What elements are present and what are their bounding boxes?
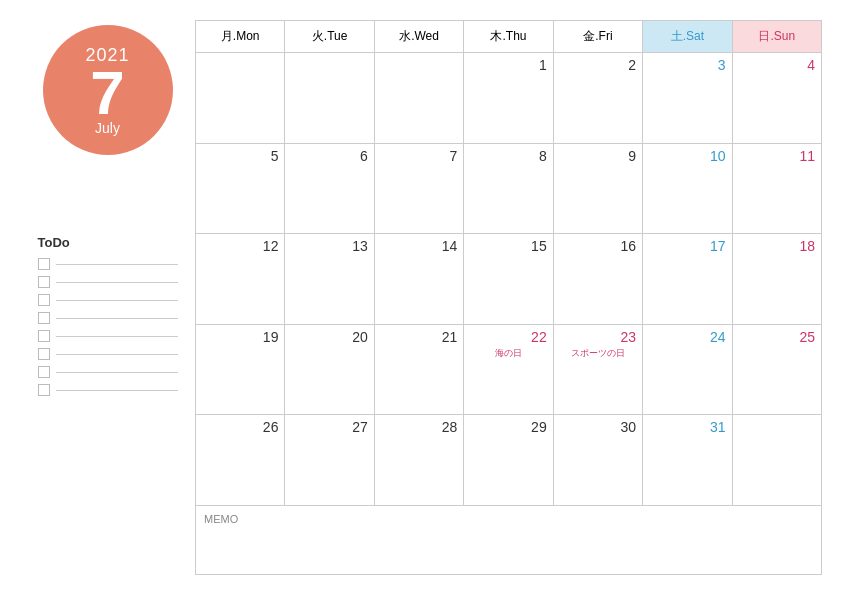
day-25: 25 bbox=[739, 329, 815, 345]
calendar-row-4: 19 20 21 22 海の日 23 スポーツの日 24 25 bbox=[196, 324, 822, 415]
todo-checkbox-3[interactable] bbox=[38, 294, 50, 306]
todo-checkbox-1[interactable] bbox=[38, 258, 50, 270]
day-19: 19 bbox=[202, 329, 278, 345]
todo-line-7 bbox=[56, 372, 178, 373]
cell-r1-mon bbox=[196, 53, 285, 144]
cell-r4-sun: 25 bbox=[732, 324, 821, 415]
cell-r5-sun bbox=[732, 415, 821, 506]
day-6: 6 bbox=[291, 148, 367, 164]
day-12: 12 bbox=[202, 238, 278, 254]
todo-item-5 bbox=[38, 330, 178, 342]
cell-r3-mon: 12 bbox=[196, 234, 285, 325]
day-26: 26 bbox=[202, 419, 278, 435]
todo-checkbox-7[interactable] bbox=[38, 366, 50, 378]
day-1: 1 bbox=[470, 57, 546, 73]
cell-r2-sun: 11 bbox=[732, 143, 821, 234]
th-wed: 水.Wed bbox=[374, 21, 463, 53]
memo-row: MEMO bbox=[196, 505, 822, 574]
month-circle: 2021 7 July bbox=[43, 25, 173, 155]
cell-r4-fri: 23 スポーツの日 bbox=[553, 324, 642, 415]
day-11: 11 bbox=[739, 148, 815, 164]
cell-r1-sun: 4 bbox=[732, 53, 821, 144]
th-sun: 日.Sun bbox=[732, 21, 821, 53]
day-20: 20 bbox=[291, 329, 367, 345]
day-17: 17 bbox=[649, 238, 725, 254]
calendar-row-2: 5 6 7 8 9 10 11 bbox=[196, 143, 822, 234]
cell-r4-mon: 19 bbox=[196, 324, 285, 415]
cell-r1-tue bbox=[285, 53, 374, 144]
page: 2021 7 July ToDo bbox=[0, 0, 842, 595]
cell-r3-wed: 14 bbox=[374, 234, 463, 325]
cell-r5-fri: 30 bbox=[553, 415, 642, 506]
day-29: 29 bbox=[470, 419, 546, 435]
cell-r2-sat: 10 bbox=[643, 143, 732, 234]
cell-r3-tue: 13 bbox=[285, 234, 374, 325]
day-3: 3 bbox=[649, 57, 725, 73]
day-22: 22 bbox=[470, 329, 546, 345]
th-sat: 土.Sat bbox=[643, 21, 732, 53]
cell-r1-sat: 3 bbox=[643, 53, 732, 144]
day-10: 10 bbox=[649, 148, 725, 164]
th-fri: 金.Fri bbox=[553, 21, 642, 53]
month-name: July bbox=[95, 120, 120, 136]
todo-item-3 bbox=[38, 294, 178, 306]
todo-line-8 bbox=[56, 390, 178, 391]
todo-item-2 bbox=[38, 276, 178, 288]
calendar-row-3: 12 13 14 15 16 17 18 bbox=[196, 234, 822, 325]
th-tue: 火.Tue bbox=[285, 21, 374, 53]
holiday-label-22: 海の日 bbox=[470, 347, 546, 360]
th-thu: 木.Thu bbox=[464, 21, 553, 53]
cell-r4-tue: 20 bbox=[285, 324, 374, 415]
th-mon: 月.Mon bbox=[196, 21, 285, 53]
weekday-header-row: 月.Mon 火.Tue 水.Wed 木.Thu 金.Fri 土.Sat 日.Su… bbox=[196, 21, 822, 53]
todo-line-1 bbox=[56, 264, 178, 265]
cell-r3-thu: 15 bbox=[464, 234, 553, 325]
todo-checkbox-6[interactable] bbox=[38, 348, 50, 360]
cell-r1-fri: 2 bbox=[553, 53, 642, 144]
todo-line-5 bbox=[56, 336, 178, 337]
todo-item-4 bbox=[38, 312, 178, 324]
calendar-table: 月.Mon 火.Tue 水.Wed 木.Thu 金.Fri 土.Sat 日.Su… bbox=[195, 20, 822, 575]
todo-item-1 bbox=[38, 258, 178, 270]
day-8: 8 bbox=[470, 148, 546, 164]
todo-line-6 bbox=[56, 354, 178, 355]
todo-title: ToDo bbox=[38, 235, 178, 250]
day-4: 4 bbox=[739, 57, 815, 73]
cell-r5-thu: 29 bbox=[464, 415, 553, 506]
day-5: 5 bbox=[202, 148, 278, 164]
memo-label: MEMO bbox=[204, 513, 238, 525]
sidebar: 2021 7 July ToDo bbox=[20, 20, 195, 575]
day-28: 28 bbox=[381, 419, 457, 435]
cell-r4-thu: 22 海の日 bbox=[464, 324, 553, 415]
day-24: 24 bbox=[649, 329, 725, 345]
day-2: 2 bbox=[560, 57, 636, 73]
todo-line-3 bbox=[56, 300, 178, 301]
cell-r2-thu: 8 bbox=[464, 143, 553, 234]
cell-r3-sat: 17 bbox=[643, 234, 732, 325]
todo-item-6 bbox=[38, 348, 178, 360]
todo-checkbox-4[interactable] bbox=[38, 312, 50, 324]
day-27: 27 bbox=[291, 419, 367, 435]
day-15: 15 bbox=[470, 238, 546, 254]
todo-section: ToDo bbox=[38, 235, 178, 402]
day-16: 16 bbox=[560, 238, 636, 254]
month-number: 7 bbox=[90, 62, 124, 124]
cell-r5-sat: 31 bbox=[643, 415, 732, 506]
cell-r2-tue: 6 bbox=[285, 143, 374, 234]
todo-line-4 bbox=[56, 318, 178, 319]
cell-r4-wed: 21 bbox=[374, 324, 463, 415]
cell-r4-sat: 24 bbox=[643, 324, 732, 415]
day-9: 9 bbox=[560, 148, 636, 164]
todo-checkbox-5[interactable] bbox=[38, 330, 50, 342]
calendar-row-1: 1 2 3 4 bbox=[196, 53, 822, 144]
cell-r5-mon: 26 bbox=[196, 415, 285, 506]
cell-r5-wed: 28 bbox=[374, 415, 463, 506]
todo-checkbox-8[interactable] bbox=[38, 384, 50, 396]
todo-item-7 bbox=[38, 366, 178, 378]
todo-line-2 bbox=[56, 282, 178, 283]
cell-r5-tue: 27 bbox=[285, 415, 374, 506]
calendar-area: 月.Mon 火.Tue 水.Wed 木.Thu 金.Fri 土.Sat 日.Su… bbox=[195, 20, 822, 575]
todo-checkbox-2[interactable] bbox=[38, 276, 50, 288]
cell-r2-fri: 9 bbox=[553, 143, 642, 234]
cell-r1-wed bbox=[374, 53, 463, 144]
